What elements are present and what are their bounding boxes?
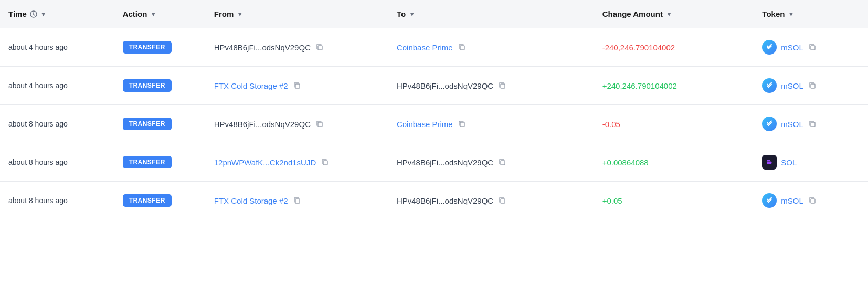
copy-token-icon[interactable] [808, 119, 817, 129]
transfer-badge[interactable]: TRANSFER [123, 194, 172, 207]
copy-from-icon[interactable] [320, 157, 330, 167]
transactions-table-container: Time ▼ Action ▼ From [0, 0, 868, 219]
to-cell: HPv48B6jFi...odsNqV29QC [388, 182, 594, 220]
table-row: about 4 hours agoTRANSFERHPv48B6jFi...od… [0, 28, 868, 67]
from-filter-icon[interactable]: ▼ [237, 10, 243, 18]
action-cell: TRANSFER [114, 105, 206, 143]
transfer-badge[interactable]: TRANSFER [123, 118, 172, 130]
svg-rect-16 [501, 199, 505, 203]
copy-to-icon[interactable] [457, 119, 467, 129]
copy-from-icon[interactable] [315, 119, 324, 129]
token-cell: mSOL [754, 28, 868, 67]
svg-rect-10 [460, 122, 464, 127]
action-filter-icon[interactable]: ▼ [150, 10, 156, 18]
action-label: Action [123, 9, 147, 18]
svg-rect-12 [811, 122, 815, 127]
token-name[interactable]: SOL [781, 158, 797, 167]
copy-token-icon[interactable] [808, 196, 817, 205]
copy-from-icon[interactable] [292, 196, 302, 205]
token-label: Token [762, 9, 785, 18]
table-row: about 8 hours agoTRANSFER12pnWPWafK...Ck… [0, 143, 868, 182]
col-header-to: To ▼ [388, 0, 594, 28]
transfer-badge[interactable]: TRANSFER [123, 156, 172, 168]
token-cell: SOL [754, 143, 868, 182]
time-cell: about 8 hours ago [0, 182, 114, 220]
copy-to-icon[interactable] [497, 81, 507, 90]
token-cell: mSOL [754, 67, 868, 105]
action-cell: TRANSFER [114, 143, 206, 182]
transfer-badge[interactable]: TRANSFER [123, 41, 172, 54]
to-address: HPv48B6jFi...odsNqV29QC [397, 157, 586, 167]
clock-icon [30, 10, 37, 18]
token-filter-icon[interactable]: ▼ [788, 10, 794, 18]
time-cell: about 8 hours ago [0, 105, 114, 143]
svg-rect-6 [501, 84, 505, 88]
change-amount-label: Change Amount [602, 9, 663, 18]
from-address[interactable]: FTX Cold Storage #2 [214, 81, 380, 90]
from-label: From [214, 9, 234, 18]
copy-to-icon[interactable] [457, 43, 467, 52]
msol-icon [762, 117, 777, 131]
token-name[interactable]: mSOL [781, 43, 803, 52]
copy-from-icon[interactable] [315, 43, 324, 52]
token-name[interactable]: mSOL [781, 81, 803, 90]
table-row: about 8 hours agoTRANSFERFTX Cold Storag… [0, 182, 868, 220]
svg-rect-4 [811, 46, 815, 50]
svg-rect-18 [811, 199, 815, 203]
from-cell: HPv48B6jFi...odsNqV29QC [206, 105, 388, 143]
table-row: about 8 hours agoTRANSFERHPv48B6jFi...od… [0, 105, 868, 143]
svg-point-17 [766, 197, 773, 204]
from-address[interactable]: FTX Cold Storage #2 [214, 196, 380, 205]
change-amount-cell: -0.05 [594, 105, 754, 143]
time-label: Time [8, 9, 27, 18]
token-cell: mSOL [754, 105, 868, 143]
to-cell: Coinbase Prime [388, 28, 594, 67]
sol-icon [762, 155, 777, 170]
from-address: HPv48B6jFi...odsNqV29QC [214, 43, 380, 52]
action-cell: TRANSFER [114, 28, 206, 67]
time-cell: about 8 hours ago [0, 143, 114, 182]
time-cell: about 4 hours ago [0, 28, 114, 67]
copy-to-icon[interactable] [497, 157, 507, 167]
col-header-time: Time ▼ [0, 0, 114, 28]
transfer-badge[interactable]: TRANSFER [123, 79, 172, 92]
msol-icon [762, 193, 777, 208]
transactions-table: Time ▼ Action ▼ From [0, 0, 868, 219]
change-amount-filter-icon[interactable]: ▼ [666, 10, 672, 18]
table-header-row: Time ▼ Action ▼ From [0, 0, 868, 28]
svg-rect-15 [295, 199, 300, 203]
copy-from-icon[interactable] [292, 81, 302, 90]
from-address: HPv48B6jFi...odsNqV29QC [214, 119, 380, 129]
from-cell: 12pnWPWafK...Ck2nd1sUJD [206, 143, 388, 182]
msol-icon [762, 40, 777, 55]
token-name[interactable]: mSOL [781, 120, 803, 129]
to-label: To [397, 9, 406, 18]
action-cell: TRANSFER [114, 182, 206, 220]
svg-rect-9 [318, 122, 322, 127]
col-header-token: Token ▼ [754, 0, 868, 28]
copy-token-icon[interactable] [808, 81, 817, 90]
from-address[interactable]: 12pnWPWafK...Ck2nd1sUJD [214, 157, 380, 167]
svg-rect-13 [323, 161, 327, 165]
to-address[interactable]: Coinbase Prime [397, 43, 586, 52]
time-cell: about 4 hours ago [0, 67, 114, 105]
col-header-action: Action ▼ [114, 0, 206, 28]
token-name[interactable]: mSOL [781, 196, 803, 205]
change-amount-cell: +0.05 [594, 182, 754, 220]
svg-rect-8 [811, 84, 815, 88]
copy-token-icon[interactable] [808, 43, 817, 52]
to-address: HPv48B6jFi...odsNqV29QC [397, 196, 586, 205]
to-cell: HPv48B6jFi...odsNqV29QC [388, 143, 594, 182]
to-address[interactable]: Coinbase Prime [397, 119, 586, 129]
copy-to-icon[interactable] [497, 196, 507, 205]
svg-rect-14 [501, 161, 505, 165]
change-amount-cell: +240,246.790104002 [594, 67, 754, 105]
svg-rect-2 [460, 46, 464, 50]
table-row: about 4 hours agoTRANSFERFTX Cold Storag… [0, 67, 868, 105]
svg-rect-5 [295, 84, 300, 88]
svg-point-7 [766, 82, 773, 89]
to-filter-icon[interactable]: ▼ [409, 10, 415, 18]
svg-point-11 [766, 120, 773, 128]
to-address: HPv48B6jFi...odsNqV29QC [397, 81, 586, 90]
time-filter-icon[interactable]: ▼ [40, 10, 47, 18]
